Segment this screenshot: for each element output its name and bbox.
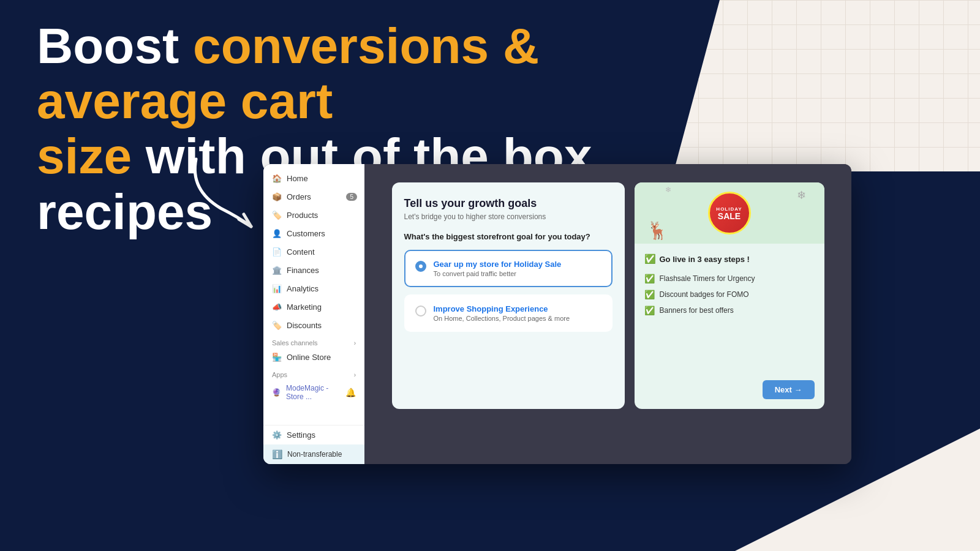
check-icon-main: ✅ bbox=[644, 253, 656, 264]
main-content: Tell us your growth goals Let's bridge y… bbox=[364, 164, 851, 464]
marketing-icon: 📣 bbox=[272, 302, 282, 312]
step-check-icon-1: ✅ bbox=[644, 274, 655, 283]
deer-icon: 🦌 bbox=[647, 220, 668, 241]
holiday-image-area: 🦌 ❄ ❄ HOLIDAY SALE bbox=[635, 182, 824, 244]
info-icon: ℹ️ bbox=[272, 449, 282, 459]
badge-sale-text: SALE bbox=[718, 212, 741, 220]
apps-section: Apps › bbox=[263, 366, 364, 380]
nontransferable-label: Non-transferable bbox=[287, 450, 342, 459]
sidebar-label-finances: Finances bbox=[287, 266, 319, 275]
sidebar-label-customers: Customers bbox=[287, 229, 325, 238]
goals-card: Tell us your growth goals Let's bridge y… bbox=[392, 182, 625, 409]
option1-desc: To convert paid traffic better bbox=[434, 270, 562, 277]
option-shopping-experience[interactable]: Improve Shopping Experience On Home, Col… bbox=[404, 294, 612, 332]
sidebar-settings[interactable]: ⚙️ Settings bbox=[263, 425, 364, 444]
sidebar-label-discounts: Discounts bbox=[287, 321, 322, 330]
sales-channels-label: Sales channels bbox=[272, 339, 318, 347]
option2-title: Improve Shopping Experience bbox=[434, 304, 570, 313]
step-item-3: ✅ Banners for best offers bbox=[644, 302, 815, 318]
sidebar-label-products: Products bbox=[287, 211, 318, 220]
sidebar-item-marketing[interactable]: 📣 Marketing bbox=[263, 298, 364, 316]
settings-label: Settings bbox=[287, 430, 315, 440]
hero-title-highlight2: size bbox=[37, 128, 132, 184]
home-icon: 🏠 bbox=[272, 173, 282, 183]
radio-option1 bbox=[415, 261, 426, 272]
option2-desc: On Home, Collections, Product pages & mo… bbox=[434, 315, 570, 322]
snowflake-icon-1: ❄ bbox=[797, 189, 806, 202]
orders-badge: 5 bbox=[346, 193, 357, 201]
app-window: 🏠 Home 📦 Orders 5 🏷️ Products 👤 Customer… bbox=[263, 164, 851, 464]
steps-list: ✅ Go live in 3 easy steps ! ✅ Flashsale … bbox=[635, 244, 824, 328]
goals-question: What's the biggest storefront goal for y… bbox=[404, 232, 612, 241]
sidebar-label-online-store: Online Store bbox=[287, 353, 331, 362]
option1-title: Gear up my store for Holiday Sale bbox=[434, 260, 562, 269]
apps-label: Apps bbox=[272, 371, 287, 378]
option-holiday-sale[interactable]: Gear up my store for Holiday Sale To con… bbox=[404, 250, 612, 287]
bell-icon: 🔔 bbox=[345, 388, 356, 397]
next-button[interactable]: Next → bbox=[763, 380, 815, 399]
sidebar-item-orders[interactable]: 📦 Orders 5 bbox=[263, 187, 364, 206]
products-icon: 🏷️ bbox=[272, 210, 282, 220]
store-icon: 🏪 bbox=[272, 352, 282, 362]
arrow-icon bbox=[172, 141, 270, 239]
arrow-decoration bbox=[172, 141, 270, 239]
next-button-area: Next → bbox=[763, 380, 815, 399]
sidebar-label-marketing: Marketing bbox=[287, 302, 322, 312]
sidebar-bottom: ⚙️ Settings ℹ️ Non-transferable bbox=[263, 425, 364, 464]
snowflake-icon-2: ❄ bbox=[665, 186, 671, 194]
sidebar: 🏠 Home 📦 Orders 5 🏷️ Products 👤 Customer… bbox=[263, 164, 364, 464]
sidebar-label-analytics: Analytics bbox=[287, 284, 318, 293]
sidebar-item-analytics[interactable]: 📊 Analytics bbox=[263, 279, 364, 298]
hero-title-boost: Boost bbox=[37, 18, 193, 73]
sidebar-item-home[interactable]: 🏠 Home bbox=[263, 169, 364, 187]
modemagic-icon: 🔮 bbox=[272, 388, 281, 397]
sidebar-item-content[interactable]: 📄 Content bbox=[263, 242, 364, 261]
go-live-title-text: Go live in 3 easy steps ! bbox=[660, 255, 750, 264]
step-card: Step 2 of 4 🦌 ❄ ❄ HOLIDAY SALE ✅ Go live… bbox=[635, 182, 824, 409]
sidebar-item-products[interactable]: 🏷️ Products bbox=[263, 206, 364, 224]
sidebar-nontransferable: ℹ️ Non-transferable bbox=[263, 444, 364, 464]
sidebar-label-content: Content bbox=[287, 247, 315, 257]
goals-card-title: Tell us your growth goals bbox=[404, 197, 612, 210]
sidebar-item-modemagic[interactable]: 🔮 ModeMagic - Store ... 🔔 bbox=[263, 380, 364, 405]
sidebar-item-online-store[interactable]: 🏪 Online Store bbox=[263, 348, 364, 366]
sidebar-label-home: Home bbox=[287, 174, 308, 183]
settings-icon: ⚙️ bbox=[272, 430, 282, 440]
radio-option2 bbox=[415, 305, 426, 317]
sidebar-label-modemagic: ModeMagic - Store ... bbox=[286, 384, 341, 401]
step-check-icon-2: ✅ bbox=[644, 290, 655, 299]
goals-card-subtitle: Let's bridge you to higher store convers… bbox=[404, 212, 612, 221]
sales-channels-section: Sales channels › bbox=[263, 334, 364, 348]
step-check-icon-3: ✅ bbox=[644, 305, 655, 315]
bg-grid-decoration bbox=[674, 0, 980, 171]
step-item-2: ✅ Discount badges for FOMO bbox=[644, 287, 815, 302]
step-label-3: Banners for best offers bbox=[660, 306, 734, 315]
sidebar-item-finances[interactable]: 🏛️ Finances bbox=[263, 261, 364, 279]
holiday-sale-badge: HOLIDAY SALE bbox=[708, 192, 751, 234]
sidebar-item-discounts[interactable]: 🏷️ Discounts bbox=[263, 316, 364, 334]
analytics-icon: 📊 bbox=[272, 283, 282, 293]
go-live-title-row: ✅ Go live in 3 easy steps ! bbox=[644, 253, 815, 264]
step-label-1: Flashsale Timers for Urgency bbox=[660, 274, 755, 283]
sidebar-item-customers[interactable]: 👤 Customers bbox=[263, 224, 364, 242]
customers-icon: 👤 bbox=[272, 228, 282, 238]
chevron-right-icon-2: › bbox=[354, 372, 356, 378]
option1-content: Gear up my store for Holiday Sale To con… bbox=[434, 260, 562, 277]
option2-content: Improve Shopping Experience On Home, Col… bbox=[434, 304, 570, 322]
step-item-1: ✅ Flashsale Timers for Urgency bbox=[644, 271, 815, 287]
sidebar-label-orders: Orders bbox=[287, 192, 311, 201]
finances-icon: 🏛️ bbox=[272, 265, 282, 275]
content-icon: 📄 bbox=[272, 247, 282, 257]
discounts-icon: 🏷️ bbox=[272, 320, 282, 330]
chevron-right-icon: › bbox=[354, 340, 356, 347]
step-label-2: Discount badges for FOMO bbox=[660, 290, 749, 299]
orders-icon: 📦 bbox=[272, 192, 282, 201]
